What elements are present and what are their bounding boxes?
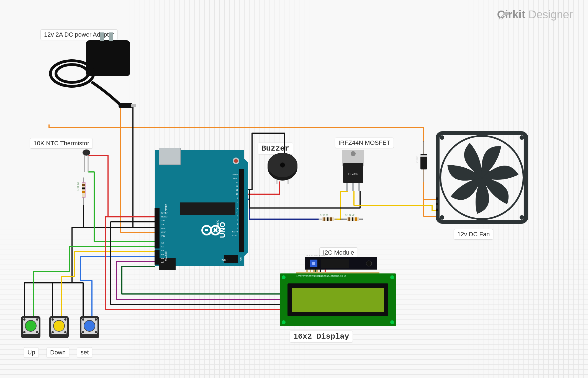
buzzer-icon — [268, 153, 297, 184]
svg-text:GND: GND — [161, 227, 166, 230]
circuit-canvas: Cirkit Designer 12v 2A DC power Adapter … — [0, 0, 588, 378]
svg-text:A1: A1 — [161, 245, 164, 248]
svg-rect-18 — [82, 191, 85, 193]
svg-text:~11: ~11 — [234, 189, 238, 191]
svg-rect-111 — [321, 259, 349, 268]
svg-text:5V: 5V — [161, 223, 164, 226]
svg-point-11 — [83, 149, 90, 156]
svg-text:12: 12 — [236, 185, 238, 187]
svg-text:7: 7 — [237, 207, 238, 210]
svg-text:IOREF: IOREF — [161, 212, 168, 214]
svg-point-110 — [312, 262, 315, 265]
svg-rect-105 — [436, 197, 438, 200]
svg-point-146 — [82, 331, 84, 333]
svg-point-136 — [53, 320, 65, 331]
svg-point-144 — [82, 318, 84, 321]
svg-text:~9: ~9 — [236, 197, 238, 199]
svg-point-139 — [52, 331, 54, 333]
schematic-svg: Arduino UNO IOREFRESET 3V35V GNDGND VIN … — [0, 0, 588, 378]
svg-rect-25 — [239, 169, 244, 252]
svg-rect-88 — [323, 217, 325, 221]
svg-point-133 — [36, 331, 38, 333]
svg-rect-120 — [292, 288, 384, 312]
svg-point-102 — [520, 215, 524, 220]
svg-point-129 — [25, 320, 36, 331]
svg-point-132 — [23, 331, 25, 333]
svg-rect-5 — [100, 32, 104, 41]
resistor-gate-pulldown — [343, 217, 362, 221]
svg-point-124 — [390, 320, 394, 324]
resistor-gate-series — [319, 217, 337, 221]
diode-icon: 1N4007 — [416, 141, 427, 182]
svg-rect-9 — [119, 103, 132, 108]
svg-point-140 — [64, 331, 66, 333]
mosfet-icon: IRFZ44N — [342, 150, 364, 191]
svg-rect-89 — [327, 217, 328, 221]
svg-rect-107 — [436, 209, 438, 211]
svg-text:~3: ~3 — [236, 223, 238, 225]
svg-text:RESET: RESET — [161, 215, 169, 218]
svg-point-123 — [282, 320, 286, 324]
svg-rect-22 — [180, 202, 235, 215]
svg-text:8: 8 — [237, 201, 238, 203]
svg-point-131 — [36, 318, 38, 321]
svg-text:~5: ~5 — [236, 215, 238, 217]
thermistor-icon — [83, 149, 90, 172]
svg-rect-24 — [155, 250, 160, 265]
resistor-thermistor — [82, 177, 85, 205]
svg-rect-23 — [155, 208, 160, 248]
svg-point-143 — [84, 320, 95, 331]
svg-rect-96 — [355, 217, 357, 221]
svg-text:ON: ON — [240, 257, 242, 261]
svg-rect-20 — [159, 148, 181, 165]
svg-text:RX←0: RX←0 — [232, 234, 238, 237]
svg-point-138 — [64, 318, 66, 321]
svg-text:IRFZ44N: IRFZ44N — [348, 172, 358, 175]
svg-point-75 — [351, 151, 356, 156]
svg-point-130 — [23, 318, 25, 321]
svg-rect-90 — [330, 217, 332, 221]
svg-rect-16 — [82, 184, 85, 186]
svg-text:ICSP: ICSP — [222, 258, 227, 261]
svg-point-99 — [440, 135, 444, 140]
svg-point-145 — [95, 318, 97, 321]
svg-point-101 — [440, 215, 444, 220]
svg-rect-83 — [420, 155, 427, 157]
svg-text:A3: A3 — [161, 253, 164, 256]
arduino-uno: Arduino UNO IOREFRESET 3V35V GNDGND VIN … — [155, 148, 248, 270]
svg-rect-6 — [109, 32, 113, 41]
svg-text:AREF: AREF — [232, 173, 238, 176]
svg-point-137 — [52, 318, 54, 321]
svg-text:A5: A5 — [161, 261, 164, 263]
svg-text:1 VSVDV0RSRW E D0D1D2D3D4D5D6D: 1 VSVDV0RSRW E D0D1D2D3D4D5D6D7 A K 16 — [296, 275, 346, 277]
svg-point-122 — [390, 275, 394, 279]
svg-rect-106 — [436, 203, 438, 205]
svg-rect-21 — [159, 258, 176, 270]
svg-point-8 — [56, 65, 88, 82]
svg-text:13: 13 — [236, 181, 238, 184]
svg-text:GND: GND — [161, 231, 166, 234]
svg-point-112 — [366, 261, 372, 266]
svg-text:ANALOG IN: ANALOG IN — [165, 251, 167, 261]
svg-text:POWER: POWER — [165, 204, 167, 211]
svg-text:A4: A4 — [161, 257, 164, 260]
svg-text:1N4007: 1N4007 — [416, 155, 418, 163]
power-adapter-icon — [50, 32, 136, 108]
lcd-icon: 1 VSVDV0RSRW E D0D1D2D3D4D5D6D7 A K 16 — [280, 272, 396, 326]
svg-point-147 — [95, 331, 97, 333]
svg-point-28 — [234, 159, 238, 163]
svg-rect-10 — [131, 104, 136, 107]
svg-text:SCL SDA VCC GND: SCL SDA VCC GND — [306, 254, 327, 257]
svg-rect-125 — [296, 272, 379, 273]
svg-text:TX→1: TX→1 — [232, 230, 238, 233]
svg-rect-17 — [82, 187, 85, 189]
svg-text:2: 2 — [237, 227, 238, 229]
button-up[interactable] — [21, 316, 40, 338]
button-down[interactable] — [49, 316, 69, 338]
svg-point-100 — [520, 135, 524, 140]
svg-rect-94 — [348, 217, 350, 221]
svg-text:GND: GND — [233, 177, 238, 180]
svg-text:VIN: VIN — [161, 235, 165, 237]
svg-rect-95 — [352, 217, 353, 221]
button-set[interactable] — [80, 316, 99, 338]
